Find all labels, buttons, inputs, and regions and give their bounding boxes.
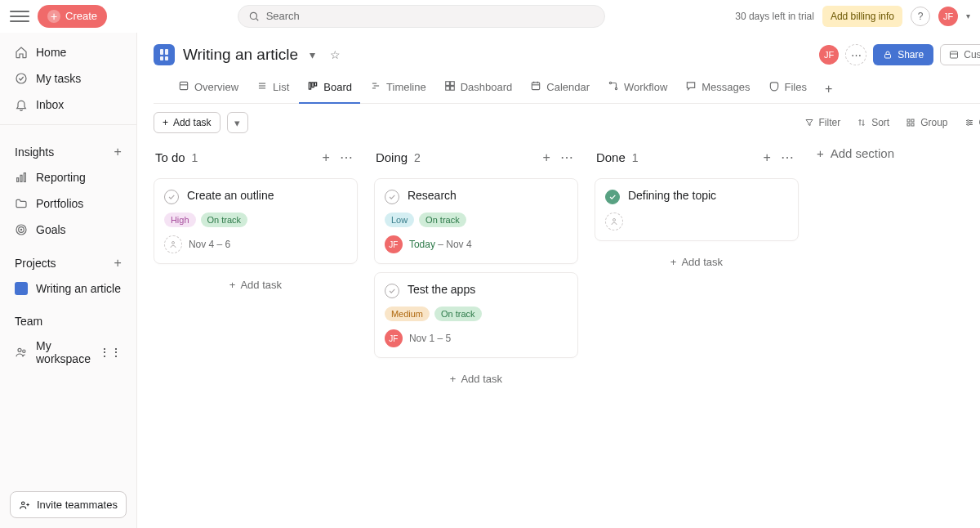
column-more-button[interactable]: ⋯	[557, 146, 577, 168]
create-button[interactable]: + Create	[38, 5, 107, 28]
section-team[interactable]: Team	[0, 302, 136, 333]
sidebar-item-inbox[interactable]: Inbox	[0, 92, 136, 118]
user-avatar[interactable]: JF	[938, 7, 958, 26]
chevron-down-icon[interactable]: ▾	[966, 11, 970, 20]
tab-label: Files	[785, 81, 807, 93]
add-task-more-button[interactable]: ▾	[227, 112, 248, 133]
tab-icon	[256, 80, 268, 94]
task-card[interactable]: Test the apps MediumOn trackJFNov 1 – 5	[374, 272, 578, 358]
sidebar-item-mytasks[interactable]: My tasks	[0, 65, 136, 92]
section-insights[interactable]: Insights +	[0, 132, 136, 164]
star-icon[interactable]: ☆	[327, 45, 344, 65]
tab-board[interactable]: Board	[299, 75, 360, 104]
group-button[interactable]: Group	[899, 113, 954, 132]
svg-rect-38	[907, 123, 910, 126]
task-title: Research	[408, 189, 457, 202]
plus-icon: +	[817, 146, 824, 160]
add-section-button[interactable]: +Add section	[815, 141, 980, 165]
task-card[interactable]: Research LowOn trackJFToday – Nov 4	[374, 178, 578, 264]
search-wrap: Search	[115, 5, 727, 28]
plus-icon[interactable]: +	[114, 145, 122, 159]
tab-dashboard[interactable]: Dashboard	[436, 75, 521, 104]
section-title: Insights	[15, 145, 54, 159]
tab-label: List	[273, 81, 289, 93]
tab-workflow[interactable]: Workflow	[599, 75, 675, 104]
svg-rect-12	[885, 55, 891, 59]
search-input[interactable]: Search	[238, 5, 605, 28]
task-card[interactable]: Create an outline HighOn trackNov 4 – 6	[154, 178, 358, 264]
tab-messages[interactable]: Messages	[677, 75, 758, 104]
tag[interactable]: On track	[201, 213, 248, 227]
board-column: Doing 2 + ⋯ Research LowOn trackJFToday …	[374, 141, 578, 392]
sort-button[interactable]: Sort	[850, 113, 896, 132]
add-tab-button[interactable]: +	[817, 77, 840, 101]
column-add-task[interactable]: +Add task	[374, 366, 578, 392]
assignee-avatar[interactable]: JF	[385, 235, 403, 253]
column-header: To do 1 + ⋯	[154, 141, 358, 178]
topbar: + Create Search 30 days left in trial Ad…	[0, 0, 980, 33]
svg-rect-22	[315, 83, 317, 86]
svg-point-44	[969, 122, 971, 123]
help-button[interactable]: ?	[911, 7, 930, 26]
tag[interactable]: On track	[434, 307, 482, 321]
complete-checkbox[interactable]	[385, 284, 399, 298]
sidebar-item-reporting[interactable]: Reporting	[0, 164, 136, 190]
tab-calendar[interactable]: Calendar	[522, 75, 598, 104]
invite-teammates-button[interactable]: Invite teammates	[10, 491, 127, 518]
share-button[interactable]: Share	[873, 44, 933, 65]
complete-checkbox[interactable]	[164, 190, 179, 204]
group-label: Group	[920, 117, 947, 128]
sidebar-item-goals[interactable]: Goals	[0, 217, 136, 243]
assignee-avatar[interactable]: JF	[385, 329, 403, 347]
column-add-button[interactable]: +	[319, 146, 333, 168]
sidebar-toggle[interactable]	[10, 7, 29, 26]
sidebar-item-workspace[interactable]: My workspace ⋮⋮	[0, 333, 136, 372]
column-more-button[interactable]: ⋯	[777, 146, 797, 168]
tag[interactable]: Low	[385, 213, 414, 227]
column-title[interactable]: Done	[596, 150, 626, 164]
assignee-empty[interactable]	[605, 213, 623, 230]
add-task-label: Add task	[173, 117, 212, 128]
column-title[interactable]: To do	[155, 150, 185, 164]
column-add-button[interactable]: +	[760, 146, 774, 168]
sidebar-item-home[interactable]: Home	[0, 39, 136, 65]
complete-checkbox[interactable]	[385, 190, 399, 204]
add-task-button[interactable]: + Add task	[154, 112, 220, 133]
expand-icon[interactable]: ⋮⋮	[99, 346, 122, 359]
tab-icon	[178, 80, 189, 94]
column-add-task[interactable]: +Add task	[154, 272, 358, 298]
assignee-empty[interactable]	[164, 235, 182, 253]
filter-label: Filter	[819, 117, 841, 128]
column-more-button[interactable]: ⋯	[336, 146, 356, 168]
tag[interactable]: Medium	[385, 307, 430, 321]
project-header: Writing an article ▾ ☆ JF ⋯ Share Custom…	[137, 33, 980, 104]
svg-point-45	[967, 124, 969, 126]
tab-overview[interactable]: Overview	[170, 75, 247, 104]
options-button[interactable]: Options	[958, 113, 980, 132]
tab-label: Dashboard	[461, 81, 513, 93]
task-card[interactable]: Defining the topic	[595, 178, 799, 241]
sidebar-item-project[interactable]: Writing an article	[0, 275, 136, 302]
customize-button[interactable]: Customize	[940, 44, 980, 65]
section-title: Team	[15, 315, 42, 328]
plus-icon[interactable]: +	[114, 256, 122, 271]
tab-list[interactable]: List	[248, 75, 297, 104]
column-add-task[interactable]: +Add task	[595, 249, 799, 275]
section-projects[interactable]: Projects +	[0, 243, 136, 275]
sidebar-item-portfolios[interactable]: Portfolios	[0, 190, 136, 217]
tag[interactable]: High	[164, 213, 196, 227]
column-add-button[interactable]: +	[540, 146, 554, 168]
tab-icon	[307, 80, 318, 94]
chevron-down-icon[interactable]: ▾	[306, 45, 318, 65]
more-menu[interactable]: ⋯	[845, 44, 866, 65]
tab-timeline[interactable]: Timeline	[362, 75, 434, 104]
filter-button[interactable]: Filter	[798, 113, 848, 132]
complete-checkbox[interactable]	[605, 190, 620, 204]
project-title[interactable]: Writing an article	[183, 46, 298, 64]
member-avatar[interactable]: JF	[819, 45, 839, 65]
tag[interactable]: On track	[419, 213, 466, 227]
billing-button[interactable]: Add billing info	[822, 6, 902, 27]
tab-files[interactable]: Files	[760, 75, 815, 104]
column-title[interactable]: Doing	[376, 150, 408, 164]
project-icon[interactable]	[154, 44, 175, 65]
